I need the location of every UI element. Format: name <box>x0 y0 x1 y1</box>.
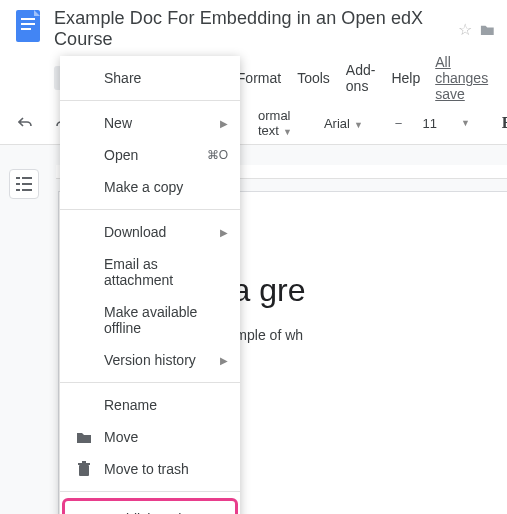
svg-rect-9 <box>22 189 32 191</box>
svg-rect-5 <box>22 177 32 179</box>
font-select[interactable]: Arial▼ <box>318 116 369 131</box>
font-size-decrease[interactable]: − <box>389 112 409 135</box>
caret-down-icon: ▼ <box>354 120 363 130</box>
menu-divider <box>60 382 240 383</box>
menu-help[interactable]: Help <box>384 66 427 90</box>
menu-move[interactable]: Move <box>60 421 240 453</box>
menu-available-offline[interactable]: Make available offline <box>60 296 240 344</box>
menu-tools[interactable]: Tools <box>290 66 337 90</box>
svg-rect-1 <box>21 18 35 20</box>
menu-item-label: Email as attachment <box>104 256 226 288</box>
menu-item-label: Share <box>104 70 141 86</box>
highlight-annotation: Publish to the web <box>62 498 238 514</box>
svg-rect-6 <box>16 183 20 185</box>
menu-rename[interactable]: Rename <box>60 389 240 421</box>
svg-rect-8 <box>16 189 20 191</box>
menu-share[interactable]: Share <box>60 62 240 94</box>
menu-item-label: Version history <box>104 352 196 368</box>
menu-divider <box>60 491 240 492</box>
file-menu-dropdown: Share New ▶ Open ⌘O Make a copy Download… <box>60 56 240 514</box>
submenu-arrow-icon: ▶ <box>220 118 228 129</box>
menu-download[interactable]: Download ▶ <box>60 216 240 248</box>
menu-move-to-trash[interactable]: Move to trash <box>60 453 240 485</box>
svg-rect-4 <box>16 177 20 179</box>
shortcut-label: ⌘O <box>207 148 228 162</box>
menu-addons[interactable]: Add-ons <box>339 58 383 98</box>
svg-rect-12 <box>82 461 86 463</box>
menu-email-attachment[interactable]: Email as attachment <box>60 248 240 296</box>
menu-item-label: Move <box>104 429 138 445</box>
undo-button[interactable] <box>12 111 40 135</box>
svg-rect-7 <box>22 183 32 185</box>
menu-item-label: Open <box>104 147 138 163</box>
svg-rect-3 <box>21 28 31 30</box>
svg-rect-11 <box>78 463 90 465</box>
menu-divider <box>60 209 240 210</box>
doc-title[interactable]: Example Doc For Embedding in an Open edX… <box>54 8 450 50</box>
menu-item-label: Download <box>104 224 166 240</box>
menu-divider <box>60 100 240 101</box>
menu-item-label: Move to trash <box>104 461 189 477</box>
svg-rect-2 <box>21 23 35 25</box>
menu-new[interactable]: New ▶ <box>60 107 240 139</box>
bold-button[interactable]: B <box>496 110 507 136</box>
submenu-arrow-icon: ▶ <box>220 227 228 238</box>
menu-item-label: New <box>104 115 132 131</box>
docs-logo[interactable] <box>12 8 44 48</box>
menu-publish-to-web[interactable]: Publish to the web <box>65 501 235 514</box>
font-size-value[interactable]: 11 <box>416 116 442 131</box>
menu-version-history[interactable]: Version history ▶ <box>60 344 240 376</box>
caret-down-icon: ▼ <box>283 127 292 137</box>
outline-toggle[interactable] <box>9 169 39 199</box>
menu-item-label: Make available offline <box>104 304 226 336</box>
font-size-increase[interactable]: ▼ <box>451 114 476 132</box>
menu-item-label: Make a copy <box>104 179 183 195</box>
menu-item-label: Rename <box>104 397 157 413</box>
folder-icon <box>74 429 94 445</box>
menu-make-copy[interactable]: Make a copy <box>60 171 240 203</box>
font-label: Arial <box>324 116 350 131</box>
trash-icon <box>74 461 94 477</box>
folder-icon[interactable] <box>480 22 495 36</box>
svg-rect-10 <box>79 465 89 476</box>
paragraph-style-select[interactable]: ormal text▼ <box>252 108 298 138</box>
star-icon[interactable]: ☆ <box>458 20 472 39</box>
menu-open[interactable]: Open ⌘O <box>60 139 240 171</box>
changes-saved-link[interactable]: All changes save <box>435 54 495 102</box>
submenu-arrow-icon: ▶ <box>220 355 228 366</box>
